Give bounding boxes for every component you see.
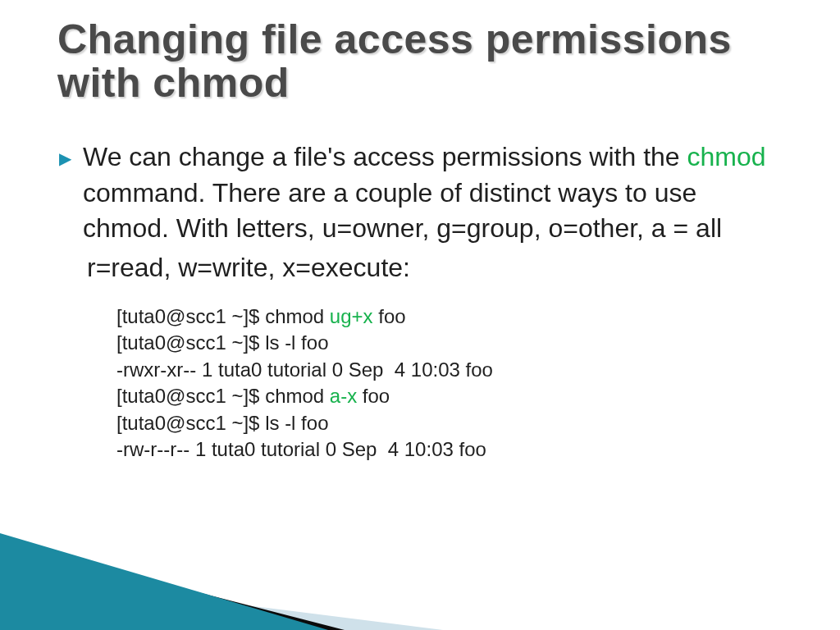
slide-body: ▶ We can change a file's access permissi… — [59, 139, 781, 463]
bullet-text: We can change a file's access permission… — [83, 139, 781, 247]
term-line-2: [tuta0@scc1 ~]$ ls -l foo — [116, 331, 328, 354]
bullet-item: ▶ We can change a file's access permissi… — [59, 139, 781, 247]
term-arg-ugx: ug+x — [330, 305, 373, 327]
term-line-4: [tuta0@scc1 ~]$ chmod a-x foo — [116, 385, 390, 407]
slide: Changing file access permissions with ch… — [0, 0, 840, 630]
term-arg-ax: a-x — [330, 385, 357, 407]
slide-title: Changing file access permissions with ch… — [57, 18, 779, 105]
decor-triangle-teal — [0, 533, 328, 630]
term-line-3: -rwxr-xr-- 1 tuta0 tutorial 0 Sep 4 10:0… — [116, 358, 493, 381]
perm-letters-line: r=read, w=write, x=execute: — [87, 250, 781, 286]
bullet-marker-icon: ▶ — [59, 141, 71, 176]
bullet-text-pre: We can change a file's access permission… — [83, 142, 687, 171]
bullet-text-post: command. There are a couple of distinct … — [83, 178, 722, 244]
term-line-1: [tuta0@scc1 ~]$ chmod ug+x foo — [116, 305, 406, 327]
term-line-5: [tuta0@scc1 ~]$ ls -l foo — [116, 412, 328, 434]
chmod-keyword: chmod — [687, 142, 766, 171]
